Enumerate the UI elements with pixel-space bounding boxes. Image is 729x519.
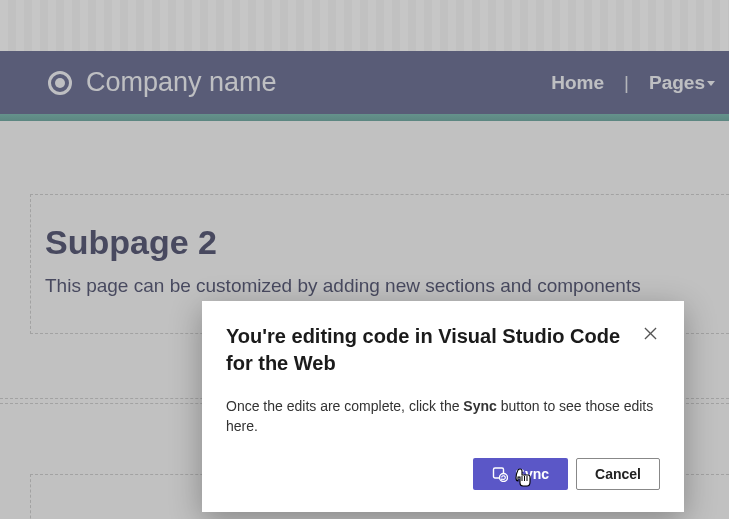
sync-icon (492, 466, 508, 482)
top-strip (0, 0, 729, 51)
company-name: Company name (86, 67, 547, 98)
close-icon (644, 327, 657, 340)
cancel-button-label: Cancel (595, 466, 641, 482)
page-title: Subpage 2 (45, 223, 715, 262)
sync-button-label: Sync (516, 466, 549, 482)
logo-icon (48, 71, 72, 95)
svg-point-3 (499, 474, 507, 482)
sync-button[interactable]: Sync (473, 458, 568, 490)
nav-pages[interactable]: Pages (645, 72, 719, 94)
cancel-button[interactable]: Cancel (576, 458, 660, 490)
dialog-buttons: Sync Cancel (226, 458, 660, 490)
dialog-body-pre: Once the edits are complete, click the (226, 398, 463, 414)
dialog-title: You're editing code in Visual Studio Cod… (226, 323, 640, 377)
sync-dialog: You're editing code in Visual Studio Cod… (202, 301, 684, 512)
close-button[interactable] (640, 323, 660, 343)
nav-right: Home | Pages (547, 72, 719, 94)
page-description: This page can be customized by adding ne… (45, 274, 715, 299)
nav-pages-label: Pages (649, 72, 705, 93)
nav-separator: | (608, 72, 645, 94)
dialog-body-bold: Sync (463, 398, 496, 414)
navbar: Company name Home | Pages (0, 51, 729, 114)
chevron-down-icon (707, 81, 715, 86)
dialog-body: Once the edits are complete, click the S… (226, 397, 660, 436)
nav-home[interactable]: Home (547, 72, 608, 94)
